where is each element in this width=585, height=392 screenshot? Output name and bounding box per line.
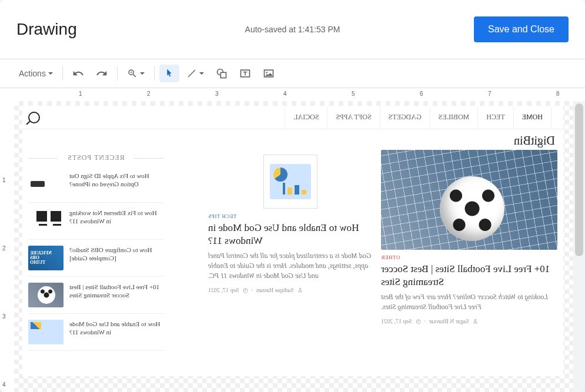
nav-item: GADGETS: [380, 107, 430, 128]
article-title: 10+ Free Live Football Sites | Best Socc…: [381, 263, 557, 289]
article-meta: ♙ Sagar N Bhavsar · ◷ Sep 17, 2021: [381, 318, 557, 324]
toolbar-separator: [154, 66, 155, 81]
drawing-dialog: Drawing Auto-saved at 1:41:53 PM Save an…: [0, 0, 585, 392]
undo-button[interactable]: [68, 64, 89, 83]
redo-button[interactable]: [91, 64, 112, 83]
image-icon: [263, 68, 275, 79]
clock-icon: ◷: [416, 318, 421, 324]
nav-list: HOME TECH MOBILES GADGETS SOFT APPS SOCI…: [285, 107, 551, 128]
textbox-tool-button[interactable]: [235, 64, 256, 83]
nav-item: HOME: [513, 107, 551, 128]
sidebar-thumb: [28, 283, 63, 307]
select-tool-button[interactable]: [159, 65, 179, 82]
sidebar-item: 10+ Free Live Football Sites | Best Socc…: [28, 277, 163, 314]
article-desc: Looking to Watch Soccer Online? Here are…: [381, 292, 557, 312]
sidebar-thumb: [28, 320, 63, 344]
soccer-ball-graphic: [440, 176, 504, 241]
save-and-close-button[interactable]: Save and Close: [474, 16, 569, 42]
autosave-status: Auto-saved at 1:41:53 PM: [245, 25, 340, 34]
sidebar-item-text: 10+ Free Live Football Sites | Best Socc…: [69, 283, 163, 300]
person-icon: ♙: [297, 287, 303, 293]
shape-icon: [216, 68, 228, 79]
toolbar-separator: [117, 66, 118, 81]
inserted-image[interactable]: HOME TECH MOBILES GADGETS SOFT APPS SOCI…: [22, 106, 563, 376]
drawing-canvas[interactable]: HOME TECH MOBILES GADGETS SOFT APPS SOCI…: [14, 101, 573, 392]
vertical-scrollbar[interactable]: [573, 101, 585, 392]
toolbar-separator: [62, 66, 63, 81]
sidebar-item-text: How to Fix Apple ID Sign Out Option Grey…: [69, 172, 163, 189]
line-icon: [186, 68, 197, 79]
chart-icon: [270, 164, 311, 199]
nav-item: TECH: [477, 107, 513, 128]
ruler-corner: [0, 88, 14, 102]
textbox-icon: [239, 68, 251, 79]
nav-item: SOCIAL: [285, 107, 327, 128]
image-tool-button[interactable]: [258, 64, 279, 83]
hero-image: [381, 150, 557, 250]
sidebar-item-text: How to Configure OBS Studio? [Complete G…: [69, 246, 163, 263]
shape-tool-button[interactable]: [211, 64, 232, 83]
main-column: OTHER 10+ Free Live Football Sites | Bes…: [172, 150, 557, 351]
sidebar-item: How to Fix Apple ID Sign Out Option Grey…: [28, 166, 163, 203]
second-image: [263, 155, 317, 209]
article-meta: ♙ Sadique Hassan · ◷ Sep 17, 2021: [208, 287, 373, 293]
person-icon: ♙: [473, 318, 478, 324]
sidebar-thumb: [28, 172, 63, 196]
dialog-title: Drawing: [16, 20, 77, 39]
sidebar-item: How to Fix Ethernet Not working in Windo…: [28, 203, 163, 240]
clock-icon: ◷: [243, 287, 248, 293]
sidebar-heading: RECENT POSTS: [28, 150, 163, 166]
sidebar-thumb: NFIGUREOBSTUDIO: [28, 246, 63, 270]
sidebar-item-text: How to Fix Ethernet Not working in Windo…: [69, 209, 163, 226]
zoom-icon: [127, 68, 138, 79]
vertical-ruler[interactable]: 1 2 3 4: [0, 101, 14, 392]
hero-article: OTHER 10+ Free Live Football Sites | Bes…: [381, 150, 557, 351]
publish-date: Sep 17, 2021: [208, 287, 239, 293]
article-desc: God Mode is a centralized place for all …: [208, 251, 373, 280]
dialog-header: Drawing Auto-saved at 1:41:53 PM Save an…: [0, 0, 585, 59]
publish-date: Sep 17, 2021: [381, 318, 412, 324]
site-brand: DigitBin: [22, 129, 563, 150]
nav-item: MOBILES: [430, 107, 478, 128]
scrollbar-thumb[interactable]: [575, 103, 583, 256]
site-body: OTHER 10+ Free Live Football Sites | Bes…: [22, 150, 563, 351]
sidebar: RECENT POSTS How to Fix Apple ID Sign Ou…: [28, 150, 163, 351]
ruler-area: 1 2 3 4 5 6 7 8: [0, 88, 585, 102]
line-tool-button[interactable]: [182, 65, 209, 82]
toolbar: Actions: [0, 59, 585, 88]
site-nav: HOME TECH MOBILES GADGETS SOFT APPS SOCI…: [22, 106, 563, 129]
svg-point-4: [266, 72, 268, 73]
redo-icon: [96, 68, 108, 79]
category-label: TECH TIPS: [208, 213, 373, 219]
svg-rect-1: [220, 72, 226, 78]
category-label: OTHER: [381, 254, 557, 260]
zoom-button[interactable]: [122, 65, 149, 82]
sidebar-thumb: [28, 209, 63, 233]
horizontal-ruler[interactable]: 1 2 3 4 5 6 7 8: [14, 88, 573, 102]
author-name: Sadique Hassan: [256, 287, 294, 293]
sidebar-item: How to Enable and Use God Mode in Window…: [28, 314, 163, 351]
nav-item: SOFT APPS: [327, 107, 379, 128]
second-article: TECH TIPS How to Enable and Use God Mode…: [208, 150, 373, 351]
undo-icon: [72, 68, 84, 79]
search-icon: [28, 112, 40, 123]
cursor-icon: [164, 68, 175, 79]
author-name: Sagar N Bhavsar: [429, 318, 469, 324]
sidebar-item-text: How to Enable and Use God Mode in Window…: [69, 320, 163, 337]
actions-menu-button[interactable]: Actions: [14, 65, 58, 82]
article-title: How to Enable and Use God Mode in Window…: [208, 222, 373, 247]
sidebar-item: How to Configure OBS Studio? [Complete G…: [28, 240, 163, 277]
canvas-area: 1 2 3 4 HOME TECH MOBILES GADGETS SOFT A…: [0, 101, 573, 392]
